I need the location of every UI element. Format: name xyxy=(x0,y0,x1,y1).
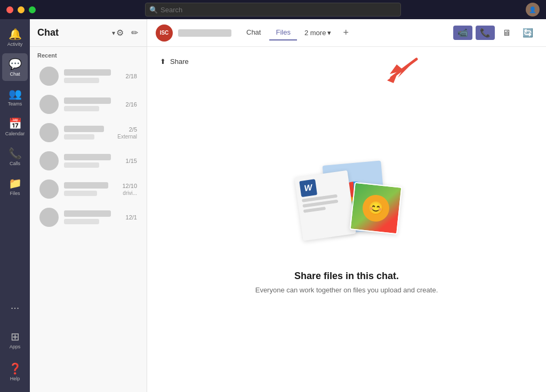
activity-icon: 🔔 xyxy=(9,28,22,40)
nav-activity-label: Activity xyxy=(7,42,23,47)
tab-bar: Chat Files 2 more ▾ + xyxy=(240,25,453,40)
doc-line xyxy=(303,206,326,213)
rail-bottom: ··· ⊞ Apps ❓ Help xyxy=(2,294,28,388)
sidebar-title: Chat xyxy=(37,27,110,38)
avatar xyxy=(39,151,59,170)
search-icon: 🔍 xyxy=(149,6,158,14)
titlebar: 🔍 👤 xyxy=(0,0,546,19)
tab-files[interactable]: Files xyxy=(269,25,296,40)
contact-name xyxy=(178,29,231,37)
chat-date: 12/10 xyxy=(122,183,137,189)
photo-inner: 😊 xyxy=(351,183,402,233)
minimize-button[interactable] xyxy=(18,6,25,13)
chat-name xyxy=(64,97,111,104)
tab-more[interactable]: 2 more ▾ xyxy=(299,26,336,40)
chat-name xyxy=(64,154,111,160)
chat-list-item[interactable]: 2/18 xyxy=(32,62,144,90)
recent-label: Recent xyxy=(30,47,147,62)
nav-chat[interactable]: 💬 Chat xyxy=(2,53,28,81)
video-icon: 📹 xyxy=(457,28,468,37)
chat-list-item[interactable]: 2/5 External xyxy=(32,119,144,146)
chat-info xyxy=(64,126,114,140)
more-icon: ··· xyxy=(11,301,20,314)
nav-calls[interactable]: 📞 Calls xyxy=(2,143,28,170)
files-empty-state: W 😊 Share files in this chat. Everyone c… xyxy=(156,68,537,383)
chat-name xyxy=(64,182,108,189)
avatar xyxy=(39,208,59,227)
calendar-icon: 📅 xyxy=(9,117,22,130)
chat-date: 2/16 xyxy=(126,101,137,108)
filter-button[interactable]: ⚙ xyxy=(115,27,125,39)
nav-help-label: Help xyxy=(10,376,20,381)
share-screen-button[interactable]: 🖥 xyxy=(498,26,515,40)
phone-icon: 📞 xyxy=(480,28,491,37)
nav-files-label: Files xyxy=(10,191,20,196)
nav-apps[interactable]: ⊞ Apps xyxy=(2,326,28,354)
photo-face: 😊 xyxy=(362,193,391,223)
nav-rail: 🔔 Activity 💬 Chat 👥 Teams 📅 Calendar 📞 C… xyxy=(0,19,30,392)
main-body: ⬆ Share W xyxy=(147,47,546,392)
chat-sidebar: Chat ▾ ⚙ ✏ Recent 2/18 xyxy=(30,19,147,392)
chat-list-item[interactable]: 12/1 xyxy=(32,203,144,231)
apps-icon: ⊞ xyxy=(11,330,20,343)
nav-teams[interactable]: 👥 Teams xyxy=(2,83,28,111)
share-label: Share xyxy=(170,58,189,66)
nav-more[interactable]: ··· xyxy=(2,294,28,322)
chat-icon: 💬 xyxy=(9,58,22,70)
chat-preview xyxy=(64,219,99,224)
photo-document: 😊 xyxy=(350,182,403,234)
chat-meta: 2/16 xyxy=(126,101,137,108)
empty-state-subtitle: Everyone can work together on files you … xyxy=(255,286,438,294)
chat-name xyxy=(64,69,111,76)
nav-activity[interactable]: 🔔 Activity xyxy=(2,23,28,51)
main-content: ISC Chat Files 2 more ▾ + xyxy=(147,19,546,392)
header-actions: 📹 📞 🖥 🔄 xyxy=(453,26,537,40)
nav-chat-label: Chat xyxy=(10,71,20,77)
chat-meta: 12/1 xyxy=(126,214,137,220)
search-input[interactable] xyxy=(145,3,401,17)
chat-date: 2/18 xyxy=(126,73,137,79)
help-icon: ❓ xyxy=(9,362,22,375)
nav-teams-label: Teams xyxy=(8,101,22,107)
nav-calls-label: Calls xyxy=(10,161,20,166)
chat-list-item[interactable]: 1/15 xyxy=(32,147,144,175)
nav-calendar[interactable]: 📅 Calendar xyxy=(2,113,28,141)
add-tab-button[interactable]: + xyxy=(339,25,353,40)
avatar xyxy=(39,67,59,86)
video-call-button[interactable]: 📹 xyxy=(453,26,472,40)
nav-help[interactable]: ❓ Help xyxy=(2,358,28,386)
chat-list-item[interactable]: 12/10 drivi... xyxy=(32,175,144,203)
empty-state-title: Share files in this chat. xyxy=(294,271,399,282)
chat-date: 2/5 xyxy=(129,126,137,133)
compose-button[interactable]: ✏ xyxy=(130,27,139,39)
chat-info xyxy=(64,69,123,83)
audio-call-button[interactable]: 📞 xyxy=(476,26,495,40)
chat-meta: 12/10 drivi... xyxy=(122,183,137,196)
word-icon: W xyxy=(299,179,317,197)
chat-name xyxy=(64,126,104,132)
chat-meta: 1/15 xyxy=(126,158,137,164)
share-button[interactable]: ⬆ Share xyxy=(156,55,193,68)
chat-info xyxy=(64,182,119,196)
nav-files[interactable]: 📁 Files xyxy=(2,173,28,200)
calls-icon: 📞 xyxy=(9,147,22,160)
tab-chat[interactable]: Chat xyxy=(240,25,267,40)
search-container: 🔍 xyxy=(145,3,401,17)
word-document: W xyxy=(294,170,356,241)
sidebar-header: Chat ▾ ⚙ ✏ xyxy=(30,19,147,47)
chat-sub-label: drivi... xyxy=(123,190,137,196)
app-body: 🔔 Activity 💬 Chat 👥 Teams 📅 Calendar 📞 C… xyxy=(0,19,546,392)
nav-apps-label: Apps xyxy=(10,344,21,349)
window-controls xyxy=(6,6,36,13)
chat-info xyxy=(64,97,123,111)
avatar xyxy=(39,179,59,199)
contact-avatar: ISC xyxy=(156,24,173,42)
refresh-button[interactable]: 🔄 xyxy=(518,26,537,40)
user-avatar[interactable]: 👤 xyxy=(526,3,540,17)
chat-list-item[interactable]: 2/16 xyxy=(32,91,144,118)
chat-info xyxy=(64,154,123,168)
close-button[interactable] xyxy=(6,6,13,13)
main-header: ISC Chat Files 2 more ▾ + xyxy=(147,19,546,47)
maximize-button[interactable] xyxy=(29,6,36,13)
chat-external-label: External xyxy=(117,134,137,140)
